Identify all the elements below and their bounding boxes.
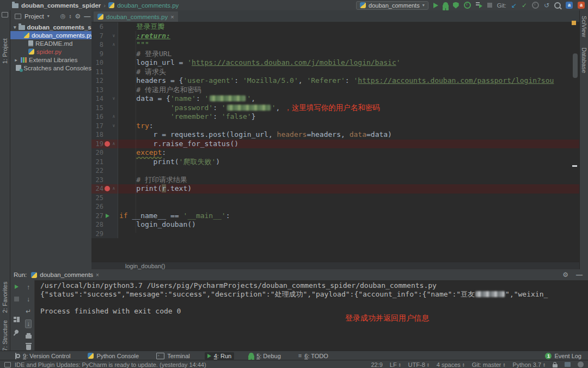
run-console[interactable]: /usr/local/bin/python3.7 /Users/pig/Pych…: [35, 280, 588, 351]
code-line-29[interactable]: 29: [91, 230, 579, 239]
status-widget-python-3-7[interactable]: Python 3.7▲▼: [512, 361, 546, 368]
fold-icon[interactable]: ∨: [111, 94, 117, 104]
breakpoint-icon[interactable]: [105, 141, 110, 147]
breadcrumb-file[interactable]: douban_comments.py: [117, 2, 179, 9]
code-line-20[interactable]: 20 except:: [91, 148, 579, 158]
line-number[interactable]: 28: [91, 220, 103, 230]
editor-scrollbar[interactable]: [573, 53, 578, 78]
gutter[interactable]: 27: [91, 212, 118, 221]
chevron-down-icon[interactable]: ▾: [14, 25, 16, 30]
code-line-14[interactable]: 14∨ data = {'name': '',: [91, 94, 579, 104]
line-number[interactable]: 13: [91, 86, 103, 95]
toolwindow-button-version-control[interactable]: 9: Version Control: [12, 352, 73, 360]
code-line-23[interactable]: 23 # 打印请求结果: [91, 176, 579, 185]
gutter[interactable]: 29: [91, 230, 118, 239]
breadcrumb-project[interactable]: douban_comments_spider: [21, 2, 101, 9]
tool-strip-database[interactable]: Database: [581, 47, 587, 73]
code-text[interactable]: [118, 202, 119, 212]
run-configuration-select[interactable]: douban_comments ▾: [356, 1, 428, 10]
fold-icon[interactable]: ∧: [111, 112, 117, 122]
code-text[interactable]: # 登录URL: [118, 50, 171, 59]
code-text[interactable]: [118, 166, 119, 176]
tool-strip-project[interactable]: 1: Project: [2, 39, 8, 64]
code-line-8[interactable]: 8∧ """: [91, 40, 579, 50]
line-number[interactable]: 22: [91, 166, 103, 176]
status-widget-4-spaces[interactable]: 4 spaces▲▼: [437, 361, 465, 368]
gutter[interactable]: 6: [91, 22, 118, 32]
code-line-26[interactable]: 26: [91, 202, 579, 212]
code-line-12[interactable]: 12 headers = {'user-agent': 'Mozilla/5.0…: [91, 76, 579, 86]
gutter[interactable]: 21: [91, 158, 118, 167]
plugin-icon[interactable]: a: [578, 2, 585, 9]
code-text[interactable]: if __name__ == '__main__':: [118, 212, 230, 221]
restore-layout-icon[interactable]: [14, 317, 20, 322]
code-text[interactable]: :return:: [118, 32, 170, 41]
soft-wrap-icon[interactable]: ↵: [26, 307, 31, 315]
event-log-button[interactable]: 1 Event Log: [545, 353, 581, 359]
gutter[interactable]: 22: [91, 166, 118, 176]
gutter[interactable]: 14∨: [91, 94, 118, 104]
tree-item-spider-py[interactable]: spider.py: [10, 47, 91, 56]
code-text[interactable]: print('爬取失败'): [118, 158, 220, 167]
gutter[interactable]: 26: [91, 202, 118, 212]
status-message-area[interactable]: IDE and Plugin Updates: PyCharm is ready…: [4, 361, 206, 368]
line-number[interactable]: 19: [91, 140, 103, 149]
code-line-15[interactable]: 15 'password': '', ，这里填写你的用户名和密码: [91, 104, 579, 113]
code-line-7[interactable]: 7∨ :return:: [91, 32, 579, 41]
close-run-tab-icon[interactable]: ×: [96, 272, 99, 278]
inspection-indicator[interactable]: [572, 21, 576, 25]
line-number[interactable]: 12: [91, 76, 103, 86]
code-line-28[interactable]: 28 login_douban(): [91, 220, 579, 230]
line-number[interactable]: 24: [91, 184, 103, 194]
run-line-icon[interactable]: [106, 214, 109, 218]
code-text[interactable]: [118, 230, 119, 239]
fold-icon[interactable]: ∧: [111, 140, 117, 149]
toolwindow-button-debug[interactable]: 5: Debug: [246, 352, 284, 360]
line-number[interactable]: 20: [91, 148, 103, 158]
tree-item-douban-comments-py[interactable]: douban_comments.py: [10, 31, 91, 39]
code-line-11[interactable]: 11 # 请求头: [91, 68, 579, 77]
history-icon[interactable]: [532, 2, 539, 9]
code-editor[interactable]: 6 登录豆瓣7∨ :return:8∧ """9 # 登录URL10 login…: [91, 22, 579, 262]
line-number[interactable]: 25: [91, 194, 103, 203]
gutter[interactable]: 12: [91, 76, 118, 86]
run-with-coverage-button[interactable]: [453, 2, 459, 9]
monitor-icon[interactable]: [565, 362, 571, 367]
status-message[interactable]: IDE and Plugin Updates: PyCharm is ready…: [15, 361, 206, 368]
code-line-6[interactable]: 6 登录豆瓣: [91, 22, 579, 32]
line-number[interactable]: 11: [91, 68, 103, 77]
git-update-icon[interactable]: ↙: [511, 2, 517, 9]
code-text[interactable]: 'remember': 'false'}: [118, 112, 255, 122]
editor-tab[interactable]: douban_comments.py ×: [94, 11, 178, 23]
line-number[interactable]: 27: [91, 212, 103, 221]
code-text[interactable]: r = requests.post(login_url, headers=hea…: [118, 130, 392, 140]
fold-icon[interactable]: ∧: [111, 40, 117, 50]
code-text[interactable]: login_url = 'https://accounts.douban.com…: [118, 58, 401, 68]
gutter[interactable]: 28: [91, 220, 118, 230]
translate-plugin-icon[interactable]: a: [566, 2, 573, 9]
tree-item-scratches-and-consoles[interactable]: Scratches and Consoles: [10, 64, 91, 72]
tree-item-douban-comments-spider[interactable]: ▾douban_comments_spider: [10, 23, 91, 31]
line-number[interactable]: 16: [91, 112, 103, 122]
code-line-24[interactable]: 24∧ print(r.text): [91, 184, 579, 194]
gutter[interactable]: 13: [91, 86, 118, 95]
gutter[interactable]: 19∧: [91, 140, 118, 149]
breadcrumb-scope[interactable]: login_douban(): [125, 263, 165, 269]
toolwindow-button-terminal[interactable]: >Terminal: [154, 352, 193, 360]
run-button[interactable]: [433, 3, 438, 8]
line-number[interactable]: 10: [91, 58, 103, 68]
code-text[interactable]: [118, 194, 119, 203]
code-text[interactable]: # 传递用户名和密码: [118, 86, 201, 95]
status-widget-utf-8[interactable]: UTF-8▲▼: [408, 361, 430, 368]
gutter[interactable]: 16∧: [91, 112, 118, 122]
code-text[interactable]: except:: [118, 148, 166, 158]
tool-strip-favorites[interactable]: 2: Favorites: [2, 282, 8, 313]
code-text[interactable]: 'password': '', ，这里填写你的用户名和密码: [118, 104, 380, 113]
code-text[interactable]: # 请求头: [118, 68, 166, 77]
toolwindow-button-python-console[interactable]: Python Console: [85, 352, 142, 360]
line-number[interactable]: 8: [91, 40, 103, 50]
line-number[interactable]: 18: [91, 130, 103, 140]
gutter[interactable]: 23: [91, 176, 118, 185]
clear-console-icon[interactable]: [26, 345, 31, 350]
gutter[interactable]: 17∨: [91, 122, 118, 131]
